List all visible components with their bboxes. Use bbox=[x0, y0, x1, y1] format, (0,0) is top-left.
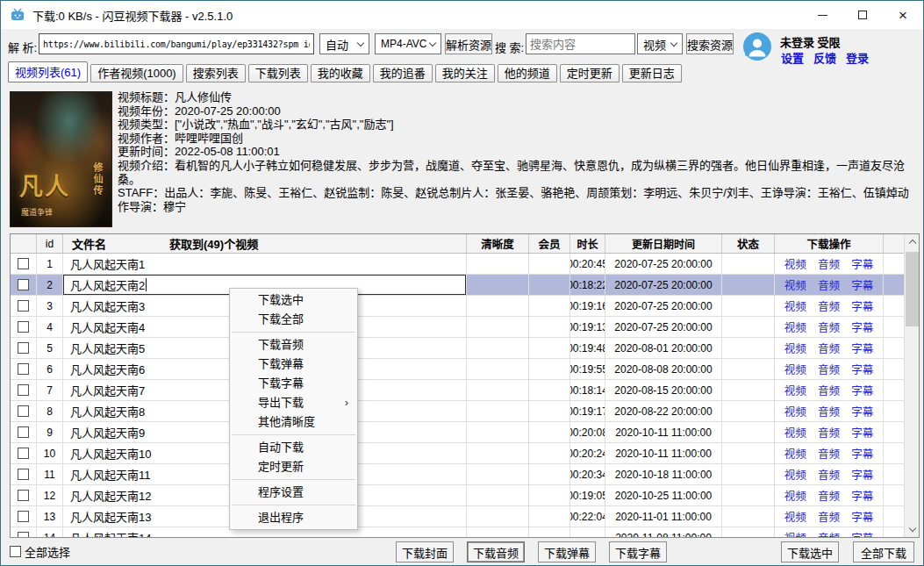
download-subtitle-link[interactable]: 字幕 bbox=[851, 403, 873, 419]
table-row-11[interactable]: 11凡人风起天南1100:20:342020-10-18 11:00:00视频音… bbox=[11, 464, 904, 485]
url-input[interactable] bbox=[39, 33, 314, 54]
menu-item-5[interactable]: 下载字幕 bbox=[230, 374, 357, 393]
close-button[interactable]: × bbox=[883, 1, 923, 29]
table-row-8[interactable]: 8凡人风起天南800:19:172020-08-22 20:00:00视频音频字… bbox=[11, 401, 904, 422]
scroll-down-button[interactable] bbox=[905, 522, 920, 537]
table-row-7[interactable]: 7凡人风起天南700:18:142020-08-15 20:00:00视频音频字… bbox=[11, 380, 904, 401]
download-subtitle-link[interactable]: 字幕 bbox=[851, 319, 873, 335]
download-selected-button[interactable]: 下载选中 bbox=[781, 541, 839, 562]
row-filename[interactable]: 凡人风起天南1 bbox=[63, 254, 467, 274]
row-checkbox[interactable] bbox=[18, 300, 29, 312]
row-checkbox[interactable] bbox=[18, 469, 29, 480]
download-video-link[interactable]: 视频 bbox=[784, 445, 806, 462]
menu-item-3[interactable]: 下载音频 bbox=[230, 335, 357, 355]
tab-6[interactable]: 我的关注 bbox=[435, 64, 495, 82]
search-type-select[interactable]: 视频 bbox=[637, 33, 683, 54]
download-video-link[interactable]: 视频 bbox=[784, 382, 806, 398]
row-checkbox[interactable] bbox=[18, 384, 29, 396]
table-row-12[interactable]: 12凡人风起天南1200:19:052020-10-25 11:00:00视频音… bbox=[11, 485, 904, 506]
row-checkbox[interactable] bbox=[18, 405, 29, 417]
download-video-link[interactable]: 视频 bbox=[784, 508, 806, 525]
select-all-control[interactable]: 全部选择 bbox=[10, 543, 70, 560]
vertical-scrollbar[interactable] bbox=[904, 234, 919, 537]
login-link[interactable]: 登录 bbox=[846, 49, 869, 66]
download-audio-button[interactable]: 下载音频 bbox=[467, 541, 525, 562]
row-checkbox[interactable] bbox=[18, 342, 29, 354]
tab-2[interactable]: 搜索列表 bbox=[186, 64, 246, 82]
download-subtitle-link[interactable]: 字幕 bbox=[851, 424, 873, 441]
download-subtitle-link[interactable]: 字幕 bbox=[851, 529, 873, 538]
download-audio-link[interactable]: 音频 bbox=[818, 361, 840, 377]
row-checkbox[interactable] bbox=[18, 321, 29, 333]
table-row-6[interactable]: 6凡人风起天南600:19:552020-08-08 20:00:00视频音频字… bbox=[11, 359, 904, 380]
download-audio-link[interactable]: 音频 bbox=[818, 445, 840, 462]
download-video-link[interactable]: 视频 bbox=[784, 529, 806, 538]
download-subtitle-link[interactable]: 字幕 bbox=[851, 487, 873, 504]
download-audio-link[interactable]: 音频 bbox=[818, 466, 840, 483]
feedback-link[interactable]: 反馈 bbox=[813, 49, 836, 66]
table-row-2[interactable]: 2凡人风起天南200:18:222020-07-25 20:00:00视频音频字… bbox=[11, 275, 904, 296]
tab-0[interactable]: 视频列表(61) bbox=[8, 61, 88, 82]
download-subtitle-link[interactable]: 字幕 bbox=[851, 276, 873, 293]
download-audio-link[interactable]: 音频 bbox=[818, 319, 840, 335]
tab-9[interactable]: 更新日志 bbox=[622, 64, 682, 82]
tab-3[interactable]: 下载列表 bbox=[248, 64, 308, 82]
download-audio-link[interactable]: 音频 bbox=[818, 340, 840, 356]
download-audio-link[interactable]: 音频 bbox=[818, 382, 840, 398]
download-subtitle-link[interactable]: 字幕 bbox=[851, 445, 873, 462]
table-row-5[interactable]: 5凡人风起天南500:19:482020-08-01 20:00:00视频音频字… bbox=[11, 338, 904, 359]
row-checkbox[interactable] bbox=[18, 426, 29, 438]
download-video-link[interactable]: 视频 bbox=[784, 487, 806, 504]
scroll-up-button[interactable] bbox=[905, 234, 920, 249]
row-checkbox[interactable] bbox=[18, 363, 29, 375]
download-subtitle-link[interactable]: 字幕 bbox=[851, 255, 873, 272]
table-row-14[interactable]: 14凡人风起天南142020-11-08 11:00:00视频音频字幕 bbox=[11, 527, 904, 538]
download-video-link[interactable]: 视频 bbox=[784, 297, 806, 314]
download-video-link[interactable]: 视频 bbox=[784, 361, 806, 377]
download-audio-link[interactable]: 音频 bbox=[818, 487, 840, 504]
menu-item-6[interactable]: 导出下载› bbox=[230, 393, 357, 412]
tab-7[interactable]: 他的频道 bbox=[498, 64, 557, 82]
download-subtitle-link[interactable]: 字幕 bbox=[851, 297, 873, 314]
tab-8[interactable]: 定时更新 bbox=[560, 64, 620, 82]
tab-4[interactable]: 我的收藏 bbox=[311, 64, 370, 82]
search-input[interactable] bbox=[526, 33, 635, 54]
table-row-4[interactable]: 4凡人风起天南400:19:132020-07-25 20:00:00视频音频字… bbox=[11, 317, 904, 338]
download-video-link[interactable]: 视频 bbox=[784, 276, 806, 293]
download-video-link[interactable]: 视频 bbox=[784, 466, 806, 483]
row-checkbox[interactable] bbox=[18, 490, 29, 501]
download-video-link[interactable]: 视频 bbox=[784, 403, 806, 419]
menu-item-10[interactable]: 定时更新 bbox=[230, 457, 357, 476]
download-audio-link[interactable]: 音频 bbox=[818, 403, 840, 419]
menu-item-1[interactable]: 下载全部 bbox=[230, 310, 357, 329]
table-row-3[interactable]: 3凡人风起天南300:19:162020-07-25 20:00:00视频音频字… bbox=[11, 296, 904, 317]
maximize-button[interactable] bbox=[842, 1, 883, 29]
row-checkbox[interactable] bbox=[18, 448, 29, 459]
download-audio-link[interactable]: 音频 bbox=[818, 508, 840, 525]
download-subtitle-link[interactable]: 字幕 bbox=[851, 382, 873, 398]
table-row-9[interactable]: 9凡人风起天南900:20:082020-10-11 11:00:00视频音频字… bbox=[11, 422, 904, 443]
download-all-button[interactable]: 全部下载 bbox=[853, 541, 914, 562]
row-checkbox[interactable] bbox=[18, 511, 29, 522]
row-checkbox[interactable] bbox=[18, 258, 29, 269]
download-subtitle-link[interactable]: 字幕 bbox=[851, 466, 873, 483]
download-subtitle-link[interactable]: 字幕 bbox=[851, 361, 873, 377]
download-audio-link[interactable]: 音频 bbox=[818, 297, 840, 314]
parse-resource-button[interactable]: 解析资源 bbox=[445, 33, 492, 54]
mode-select[interactable]: 自动 bbox=[319, 33, 369, 54]
format-select[interactable]: MP4-AVC bbox=[375, 33, 441, 54]
menu-item-9[interactable]: 自动下载 bbox=[230, 438, 357, 457]
download-audio-link[interactable]: 音频 bbox=[818, 276, 840, 293]
menu-item-7[interactable]: 其他清晰度 bbox=[230, 412, 357, 432]
row-checkbox[interactable] bbox=[18, 532, 29, 538]
minimize-button[interactable] bbox=[802, 1, 842, 29]
tab-5[interactable]: 我的追番 bbox=[373, 64, 433, 82]
download-subtitle-link[interactable]: 字幕 bbox=[851, 340, 873, 356]
tab-1[interactable]: 作者视频(1000) bbox=[90, 64, 183, 82]
table-row-1[interactable]: 1凡人风起天南100:20:452020-07-25 20:00:00视频音频字… bbox=[11, 254, 904, 275]
menu-item-4[interactable]: 下载弹幕 bbox=[230, 355, 357, 374]
settings-link[interactable]: 设置 bbox=[781, 49, 804, 66]
download-subtitle-link[interactable]: 字幕 bbox=[851, 508, 873, 525]
table-row-13[interactable]: 13凡人风起天南1300:22:042020-11-01 11:00:00视频音… bbox=[11, 506, 904, 527]
download-audio-link[interactable]: 音频 bbox=[818, 529, 840, 538]
